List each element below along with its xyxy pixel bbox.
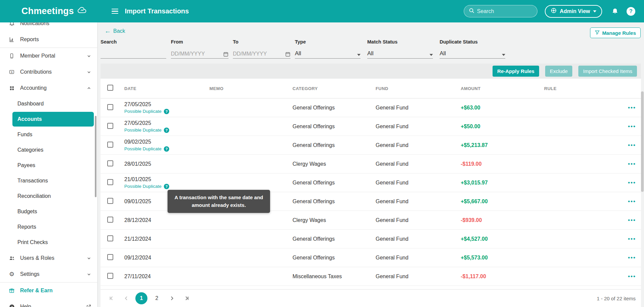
prev-page-button[interactable] xyxy=(121,293,132,304)
duplicate-help-icon[interactable]: ? xyxy=(164,146,169,152)
sidebar-item-label: Accounting xyxy=(20,85,47,91)
exclude-button[interactable]: Exclude xyxy=(545,66,572,77)
row-actions-button[interactable]: ••• xyxy=(628,236,638,242)
row-checkbox[interactable] xyxy=(107,160,113,166)
row-actions-button[interactable]: ••• xyxy=(628,273,638,280)
main-scrollbar-thumb[interactable] xyxy=(641,91,644,192)
search-filter-label: Search xyxy=(101,39,166,45)
row-actions-button[interactable]: ••• xyxy=(628,123,638,130)
last-page-button[interactable] xyxy=(181,293,192,304)
sidebar-item-accounting[interactable]: Accounting xyxy=(0,80,97,96)
admin-view-label: Admin View xyxy=(560,8,590,14)
column-header-date[interactable]: DATE xyxy=(124,86,209,91)
match-status-filter-label: Match Status xyxy=(367,39,433,45)
row-checkbox[interactable] xyxy=(107,142,113,148)
duplicate-help-icon[interactable]: ? xyxy=(164,184,169,189)
sidebar-item-reconciliation[interactable]: Reconciliation xyxy=(0,188,97,204)
help-icon[interactable]: ? xyxy=(627,7,635,16)
sidebar-item-settings[interactable]: ⚙ Settings xyxy=(0,266,97,282)
sidebar-item-budgets[interactable]: Budgets xyxy=(0,204,97,219)
search-filter-input[interactable] xyxy=(101,51,166,57)
next-page-button[interactable] xyxy=(166,293,178,304)
sidebar-item-member-portal[interactable]: Member Portal xyxy=(0,48,97,64)
notifications-bell-icon[interactable] xyxy=(611,8,619,15)
column-header-fund[interactable]: FUND xyxy=(376,86,461,91)
transaction-date: 27/05/2025 xyxy=(124,101,209,107)
reapply-rules-button[interactable]: Re-Apply Rules xyxy=(493,66,539,77)
page-1-button[interactable]: 1 xyxy=(135,292,147,304)
duplicate-text: Possible Duplicate xyxy=(124,128,162,133)
row-actions-button[interactable]: ••• xyxy=(628,254,638,261)
sidebar-item-contributions[interactable]: $ Contributions xyxy=(0,64,97,80)
row-checkbox[interactable] xyxy=(107,273,113,279)
possible-duplicate-label: Possible Duplicate? xyxy=(124,146,209,152)
global-search-input[interactable] xyxy=(477,8,546,14)
transaction-amount: +$5,667.00 xyxy=(461,199,544,205)
sidebar-item-refer-earn[interactable]: Refer & Earn xyxy=(0,283,97,299)
column-header-rule[interactable]: RULE xyxy=(544,86,628,91)
sidebar-item-dashboard[interactable]: Dashboard xyxy=(0,96,97,111)
users-roles-icon xyxy=(8,255,15,261)
table-row: 28/01/2025 Clergy Wages General Fund -$1… xyxy=(101,155,641,173)
row-actions-button[interactable]: ••• xyxy=(628,142,638,149)
sidebar: Notifications Reports Member Portal $ Co… xyxy=(0,22,97,307)
row-checkbox[interactable] xyxy=(107,254,113,260)
duplicate-status-select[interactable]: All xyxy=(440,49,505,59)
from-date-input[interactable] xyxy=(171,51,223,57)
type-select[interactable]: All xyxy=(295,49,361,59)
sidebar-item-accounts[interactable]: Accounts xyxy=(12,112,94,127)
table-row: 27/11/2024 Miscellaneous Taxes General F… xyxy=(101,267,641,286)
duplicate-help-icon[interactable]: ? xyxy=(164,128,169,133)
svg-text:?: ? xyxy=(11,305,13,307)
sidebar-item-print-checks[interactable]: Print Checks xyxy=(0,235,97,250)
sidebar-scrollbar-thumb[interactable] xyxy=(95,116,96,197)
row-checkbox[interactable] xyxy=(107,235,113,241)
select-all-checkbox[interactable] xyxy=(107,85,113,91)
sidebar-item-payees[interactable]: Payees xyxy=(0,158,97,173)
top-bar: Chmeetings Import Transactions Admin Vie… xyxy=(0,0,644,22)
sidebar-item-notifications[interactable]: Notifications xyxy=(0,22,97,31)
manage-rules-button[interactable]: Manage Rules xyxy=(590,27,641,38)
row-checkbox[interactable] xyxy=(107,217,113,223)
row-actions-button[interactable]: ••• xyxy=(628,161,638,167)
row-actions-button[interactable]: ••• xyxy=(628,217,638,224)
sidebar-item-label: Payees xyxy=(17,162,35,168)
transaction-date: 09/02/2025 xyxy=(124,139,209,145)
import-checked-items-button[interactable]: Import Checked Items xyxy=(578,66,637,77)
row-actions-button[interactable]: ••• xyxy=(628,104,638,111)
page-2-button[interactable]: 2 xyxy=(151,292,163,304)
menu-toggle-button[interactable] xyxy=(112,9,118,14)
app-logo[interactable]: Chmeetings xyxy=(21,6,87,16)
row-actions-button[interactable]: ••• xyxy=(628,179,638,186)
column-header-memo[interactable]: MEMO xyxy=(209,86,293,91)
row-checkbox[interactable] xyxy=(107,104,113,110)
sidebar-item-users-roles[interactable]: Users & Roles xyxy=(0,250,97,266)
row-actions-button[interactable]: ••• xyxy=(628,198,638,205)
duplicate-help-icon[interactable]: ? xyxy=(164,109,169,114)
sidebar-item-accounting-reports[interactable]: Reports xyxy=(0,219,97,235)
admin-view-icon xyxy=(551,7,557,15)
sidebar-item-categories[interactable]: Categories xyxy=(0,142,97,158)
sidebar-item-help[interactable]: ? Help xyxy=(0,299,97,307)
sidebar-item-transactions[interactable]: Transactions xyxy=(0,173,97,188)
back-link[interactable]: ← Back xyxy=(105,28,125,34)
match-status-select[interactable]: All xyxy=(367,49,433,59)
duplicate-text: Possible Duplicate xyxy=(124,146,162,151)
calendar-icon[interactable] xyxy=(285,52,291,57)
global-search[interactable] xyxy=(464,5,537,17)
first-page-button[interactable] xyxy=(106,293,117,304)
calendar-icon[interactable] xyxy=(223,52,229,57)
row-checkbox[interactable] xyxy=(107,179,113,185)
manage-rules-label: Manage Rules xyxy=(602,30,636,36)
row-checkbox[interactable] xyxy=(107,198,113,204)
sidebar-item-reports[interactable]: Reports xyxy=(0,31,97,48)
row-checkbox[interactable] xyxy=(107,123,113,129)
column-header-category[interactable]: CATEGORY xyxy=(293,86,376,91)
column-header-amount[interactable]: AMOUNT xyxy=(461,86,544,91)
admin-view-button[interactable]: Admin View xyxy=(545,5,602,18)
sidebar-item-funds[interactable]: Funds xyxy=(0,127,97,142)
transaction-amount: +$63.00 xyxy=(461,105,544,111)
transaction-category: Clergy Wages xyxy=(293,217,376,223)
transaction-fund: General Fund xyxy=(376,142,461,148)
to-date-input[interactable] xyxy=(233,51,285,57)
